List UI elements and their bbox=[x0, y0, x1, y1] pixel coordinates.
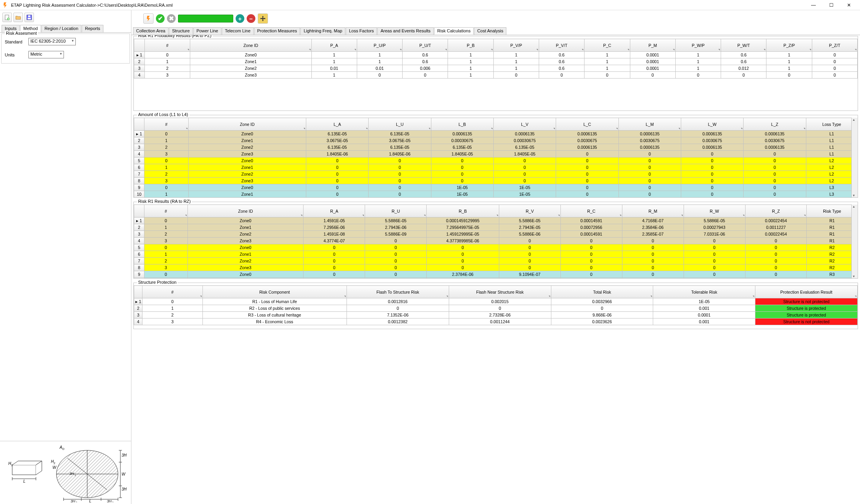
cell[interactable]: 0 bbox=[744, 157, 806, 164]
right-tab-collection-area[interactable]: Collection Area bbox=[133, 27, 169, 35]
cell[interactable]: 0 bbox=[622, 251, 684, 258]
cell[interactable]: 0 bbox=[560, 238, 622, 244]
col-header[interactable]: L_V bbox=[493, 118, 556, 131]
minimize-button[interactable]: — bbox=[805, 0, 822, 10]
cell[interactable]: L2 bbox=[806, 178, 857, 184]
cell[interactable]: 0 bbox=[427, 244, 499, 251]
cell[interactable]: Zone2 bbox=[188, 171, 306, 178]
cell[interactable]: 0.0001 bbox=[630, 52, 675, 58]
cell[interactable]: 0.01 bbox=[311, 65, 357, 72]
cell[interactable]: 0.0030675 bbox=[681, 137, 743, 144]
row-header[interactable]: 2 bbox=[134, 137, 144, 144]
cell[interactable]: R3 bbox=[807, 271, 858, 278]
cell[interactable]: 1E-05 bbox=[653, 298, 755, 305]
left-tab-reports[interactable]: Reports bbox=[82, 25, 103, 32]
cell[interactable]: 0 bbox=[304, 264, 365, 271]
cell[interactable]: 0 bbox=[684, 264, 745, 271]
cell[interactable]: 0 bbox=[684, 258, 745, 264]
cell[interactable]: Zone3 bbox=[187, 264, 304, 271]
cell[interactable]: 1E-05 bbox=[431, 184, 493, 191]
cell[interactable]: 0.0001 bbox=[653, 312, 755, 319]
cell[interactable]: R4 - Economic Loss bbox=[202, 319, 347, 325]
row-header[interactable]: 10 bbox=[134, 278, 144, 279]
col-header[interactable]: L_M bbox=[618, 118, 681, 131]
cell[interactable]: R2 bbox=[807, 251, 858, 258]
col-header[interactable]: Total Risk bbox=[551, 286, 653, 298]
table-row[interactable]: 83Zone300000000R2 bbox=[134, 264, 858, 271]
cell[interactable]: 2.3585E-07 bbox=[622, 231, 684, 238]
cell[interactable]: 1 bbox=[448, 58, 493, 65]
right-tab-protection-measures[interactable]: Protection Measures bbox=[254, 27, 300, 35]
cell[interactable]: 0 bbox=[560, 278, 622, 279]
cell[interactable]: 0 bbox=[556, 171, 618, 178]
cell[interactable]: 0 bbox=[622, 258, 684, 264]
col-header[interactable]: P_U/P bbox=[357, 39, 402, 52]
cell[interactable]: Zone1 bbox=[187, 224, 304, 231]
col-header[interactable]: Protection Evaluation Result bbox=[755, 286, 858, 298]
cell[interactable]: 0 bbox=[369, 184, 431, 191]
cell[interactable]: 3 bbox=[144, 151, 189, 157]
table-row[interactable]: 32R3 - Loss of cultural heritage7.1352E-… bbox=[134, 312, 858, 319]
cell[interactable]: 5.5886E-09 bbox=[365, 231, 427, 238]
cell[interactable]: 1.4591E-05 bbox=[304, 217, 365, 224]
right-tab-lightning-freq-map[interactable]: Lightning Freq. Map bbox=[300, 27, 345, 35]
cell[interactable]: 0 bbox=[499, 264, 560, 271]
cell[interactable]: 0 bbox=[684, 271, 745, 278]
col-header[interactable]: R_W bbox=[684, 205, 745, 217]
cell[interactable]: 0.01 bbox=[357, 65, 402, 72]
cell[interactable]: 0 bbox=[431, 178, 493, 184]
cell[interactable]: 1 bbox=[766, 65, 812, 72]
cell[interactable]: 0 bbox=[365, 258, 427, 264]
cell[interactable]: 0 bbox=[622, 264, 684, 271]
col-header[interactable]: P_M bbox=[630, 39, 675, 52]
right-tab-loss-factors[interactable]: Loss Factors bbox=[346, 27, 377, 35]
cell[interactable]: 0 bbox=[560, 251, 622, 258]
row-header[interactable]: 4 bbox=[134, 238, 144, 244]
cell[interactable]: 0.001 bbox=[653, 305, 755, 312]
cell[interactable]: 0 bbox=[144, 271, 187, 278]
table-row[interactable]: 21Zone17.2956E-062.7943E-067.295649975E-… bbox=[134, 224, 858, 231]
cell[interactable]: 0 bbox=[585, 72, 630, 79]
row-header[interactable]: 4 bbox=[134, 72, 145, 79]
col-header[interactable]: L_Z bbox=[744, 118, 806, 131]
col-header[interactable]: Zone ID bbox=[190, 39, 311, 52]
cell[interactable]: 0 bbox=[745, 278, 807, 279]
cell[interactable]: 0 bbox=[427, 251, 499, 258]
cell[interactable]: 0 bbox=[560, 264, 622, 271]
cell[interactable]: 0.0012382 bbox=[347, 319, 449, 325]
move-button[interactable] bbox=[258, 13, 268, 24]
cell[interactable]: 0.00022454 bbox=[745, 231, 807, 238]
cell[interactable]: 1 bbox=[585, 52, 630, 58]
cell[interactable]: 2.3584E-06 bbox=[622, 224, 684, 231]
col-header[interactable]: R_U bbox=[365, 205, 427, 217]
cell[interactable]: 0 bbox=[675, 72, 721, 79]
table-row[interactable]: 21Zone13.0675E-053.0675E-050.000306750.0… bbox=[134, 137, 858, 144]
col-header[interactable]: # bbox=[144, 39, 190, 52]
cell[interactable]: 0 bbox=[681, 151, 743, 157]
cell[interactable]: 0 bbox=[365, 271, 427, 278]
right-tab-structure[interactable]: Structure bbox=[169, 27, 193, 35]
cell[interactable]: 1 bbox=[448, 52, 493, 58]
col-header[interactable]: L_U bbox=[369, 118, 431, 131]
cell[interactable]: 0 bbox=[449, 305, 551, 312]
row-header[interactable]: 4 bbox=[134, 319, 142, 325]
cell[interactable]: 0 bbox=[745, 251, 807, 258]
col-header[interactable]: L_B bbox=[431, 118, 493, 131]
right-tab-risk-calculations[interactable]: Risk Calculations bbox=[434, 27, 474, 35]
cell[interactable]: 0 bbox=[499, 238, 560, 244]
cell[interactable]: R3 bbox=[807, 278, 858, 279]
cell[interactable]: 3.0675E-05 bbox=[306, 137, 368, 144]
cell[interactable]: 0.0006135 bbox=[556, 131, 618, 137]
cell[interactable]: 0 bbox=[369, 191, 431, 198]
cell[interactable]: 5.5886E-05 bbox=[365, 217, 427, 224]
cell[interactable]: 0 bbox=[304, 258, 365, 264]
cell[interactable]: 0 bbox=[681, 178, 743, 184]
cell[interactable]: 0.6 bbox=[539, 58, 584, 65]
table-row[interactable]: 32Zone20.010.010.006110.610.000110.01210 bbox=[134, 65, 858, 72]
cell[interactable]: 0 bbox=[681, 191, 743, 198]
cell[interactable]: 0 bbox=[306, 157, 368, 164]
cell[interactable]: Zone2 bbox=[187, 258, 304, 264]
cell[interactable]: Zone0 bbox=[190, 52, 311, 58]
col-header[interactable]: # bbox=[144, 205, 187, 217]
cell[interactable]: 0.0006135 bbox=[681, 131, 743, 137]
